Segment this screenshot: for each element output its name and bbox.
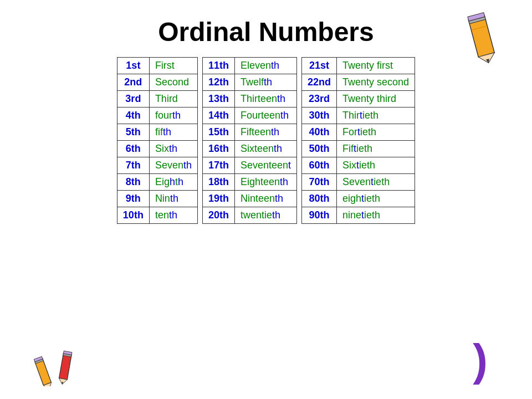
ordinal-number: 11th <box>202 58 234 74</box>
svg-marker-12 <box>58 378 68 385</box>
table-row: 8thEighth <box>117 174 197 191</box>
table-row: 22ndTwenty second <box>302 74 415 91</box>
table-row: 50thFiftieth <box>302 141 415 157</box>
table-row: 23rdTwenty third <box>302 91 415 108</box>
ordinal-word: Twenty third <box>337 91 415 108</box>
ordinal-word: Seventh <box>149 157 197 174</box>
ordinal-word: Fiftieth <box>337 141 415 157</box>
ordinal-number: 15th <box>202 124 234 141</box>
ordinal-table-col-0: 1stFirst2ndSecond3rdThird4thfourth5thfif… <box>117 57 198 224</box>
table-row: 21stTwenty first <box>302 58 415 74</box>
ordinal-word: Twenty second <box>337 74 415 91</box>
ordinal-number: 30th <box>302 108 337 124</box>
ordinal-word: Thirteenth <box>234 91 296 108</box>
ordinal-word: Third <box>149 91 197 108</box>
ordinal-word: tenth <box>149 207 197 224</box>
page: ) Ordinal Numbers 1stFirst2ndSecond3rdTh… <box>0 0 532 399</box>
ordinal-number: 6th <box>117 141 149 157</box>
ordinal-number: 40th <box>302 124 337 141</box>
table-row: 10thtenth <box>117 207 197 224</box>
ordinal-word: Twenty first <box>337 58 415 74</box>
ordinal-word: Fifteenth <box>234 124 296 141</box>
table-row: 90thninetieth <box>302 207 415 224</box>
ordinal-word: Eleventh <box>234 58 296 74</box>
svg-rect-11 <box>59 353 72 380</box>
table-row: 40thFortieth <box>302 124 415 141</box>
ordinal-number: 8th <box>117 174 149 191</box>
ordinal-number: 22nd <box>302 74 337 91</box>
ordinal-number: 80th <box>302 191 337 207</box>
table-row: 80theightieth <box>302 191 415 207</box>
ordinal-word: First <box>149 58 197 74</box>
table-row: 15thFifteenth <box>202 124 296 141</box>
ordinal-number: 90th <box>302 207 337 224</box>
ordinal-number: 5th <box>117 124 149 141</box>
table-row: 5thfifth <box>117 124 197 141</box>
ordinal-word: Seventieth <box>337 174 415 191</box>
parenthesis-icon: ) <box>473 338 488 382</box>
ordinal-word: fourth <box>149 108 197 124</box>
ordinal-number: 50th <box>302 141 337 157</box>
ordinal-number: 9th <box>117 191 149 207</box>
table-row: 4thfourth <box>117 108 197 124</box>
table-row: 16thSixteenth <box>202 141 296 157</box>
ordinal-number: 18th <box>202 174 234 191</box>
table-row: 20thtwentieth <box>202 207 296 224</box>
ordinal-word: Fortieth <box>337 124 415 141</box>
ordinal-number: 4th <box>117 108 149 124</box>
ordinal-number: 60th <box>302 157 337 174</box>
ordinal-word: twentieth <box>234 207 296 224</box>
table-row: 60thSixtieth <box>302 157 415 174</box>
table-row: 6thSixth <box>117 141 197 157</box>
ordinal-number: 16th <box>202 141 234 157</box>
ordinal-word: eightieth <box>337 191 415 207</box>
table-row: 7thSeventh <box>117 157 197 174</box>
table-row: 9thNinth <box>117 191 197 207</box>
table-row: 19thNinteenth <box>202 191 296 207</box>
ordinal-word: Sixtieth <box>337 157 415 174</box>
ordinal-number: 19th <box>202 191 234 207</box>
ordinal-number: 14th <box>202 108 234 124</box>
table-row: 13thThirteenth <box>202 91 296 108</box>
table-row: 17thSeventeent <box>202 157 296 174</box>
table-row: 18thEighteenth <box>202 174 296 191</box>
ordinal-number: 7th <box>117 157 149 174</box>
ordinal-number: 1st <box>117 58 149 74</box>
ordinal-word: Thirtieth <box>337 108 415 124</box>
ordinal-word: ninetieth <box>337 207 415 224</box>
ordinal-number: 3rd <box>117 91 149 108</box>
ordinal-word: fifth <box>149 124 197 141</box>
ordinal-word: Sixteenth <box>234 141 296 157</box>
ordinal-word: Fourteenth <box>234 108 296 124</box>
pencil-top-right-icon <box>459 8 505 70</box>
table-row: 1stFirst <box>117 58 197 74</box>
table-row: 12thTwelfth <box>202 74 296 91</box>
tables-container: 1stFirst2ndSecond3rdThird4thfourth5thfif… <box>117 57 415 224</box>
ordinal-word: Ninth <box>149 191 197 207</box>
ordinal-number: 23rd <box>302 91 337 108</box>
ordinal-number: 70th <box>302 174 337 191</box>
ordinal-word: Eighteenth <box>234 174 296 191</box>
pencils-bottom-left-icon <box>33 349 89 388</box>
ordinal-number: 20th <box>202 207 234 224</box>
ordinal-number: 12th <box>202 74 234 91</box>
table-row: 70thSeventieth <box>302 174 415 191</box>
table-row: 3rdThird <box>117 91 197 108</box>
ordinal-word: Second <box>149 74 197 91</box>
table-row: 2ndSecond <box>117 74 197 91</box>
ordinal-word: Sixth <box>149 141 197 157</box>
ordinal-table-col-1: 11thEleventh12thTwelfth13thThirteenth14t… <box>202 57 297 224</box>
table-row: 30thThirtieth <box>302 108 415 124</box>
ordinal-number: 10th <box>117 207 149 224</box>
ordinal-word: Twelfth <box>234 74 296 91</box>
ordinal-table-col-2: 21stTwenty first22ndTwenty second23rdTwe… <box>301 57 415 224</box>
ordinal-number: 13th <box>202 91 234 108</box>
ordinal-number: 2nd <box>117 74 149 91</box>
ordinal-word: Ninteenth <box>234 191 296 207</box>
table-row: 11thEleventh <box>202 58 296 74</box>
table-row: 14thFourteenth <box>202 108 296 124</box>
ordinal-word: Eighth <box>149 174 197 191</box>
ordinal-word: Seventeent <box>234 157 296 174</box>
page-title: Ordinal Numbers <box>158 17 374 47</box>
ordinal-number: 21st <box>302 58 337 74</box>
